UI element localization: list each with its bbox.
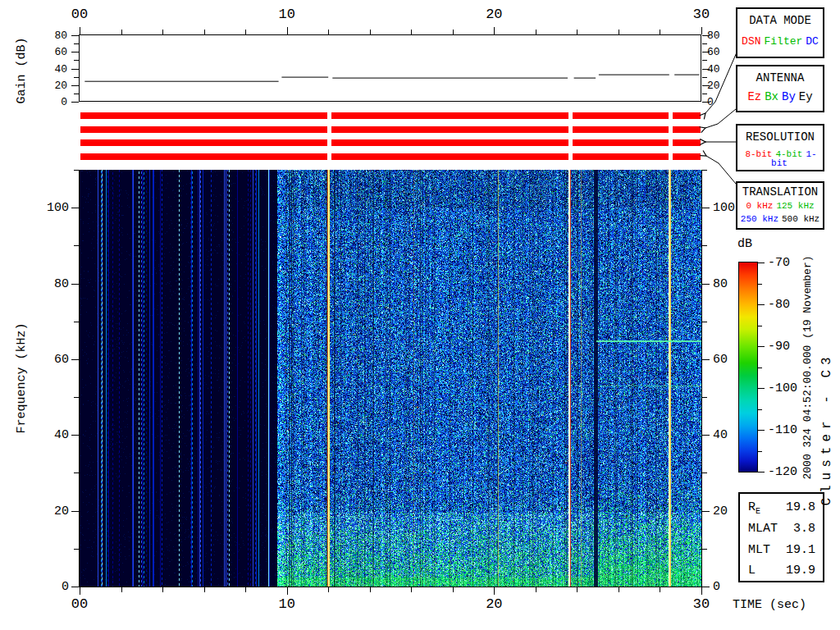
data-mode-panel: DATA MODE DSNFilterDC <box>736 7 824 58</box>
colorbar-tick-label: -120 <box>768 466 797 478</box>
colorbar-tick <box>758 388 765 389</box>
frequency-axis-tick <box>74 472 79 473</box>
status-bar-segment <box>80 126 327 133</box>
frequency-axis-tick-label: 0 <box>713 581 720 593</box>
colorbar-tick-label: -80 <box>768 299 790 311</box>
frequency-axis-tick-label: 60 <box>713 353 728 365</box>
frequency-axis-tick-label: 20 <box>54 504 69 517</box>
colorbar-tick <box>758 346 765 347</box>
status-bar-segment <box>673 153 701 160</box>
spectrogram-image <box>80 170 701 587</box>
ephemeris-panel: RE 19.8 MLAT 3.8 MLT 19.1 L 19.9 <box>738 492 824 582</box>
time-axis-tick <box>204 30 205 34</box>
frequency-axis-tick-label: 80 <box>54 277 69 290</box>
gain-axis-tick-label: 20 <box>54 80 67 90</box>
gain-axis-tick <box>74 60 79 61</box>
time-axis-tick <box>162 587 163 592</box>
time-axis-tick <box>453 587 454 592</box>
frequency-axis-tick-label: 40 <box>54 429 69 441</box>
status-bar-segment <box>573 139 668 146</box>
time-axis-tick <box>660 30 660 34</box>
frequency-axis-tick <box>71 587 79 587</box>
colorbar-tick <box>758 430 765 431</box>
antenna-panel: ANTENNA EzBxByEy <box>736 65 824 112</box>
gain-axis-tick-label: 80 <box>707 30 720 41</box>
datetime-label: 2000 324 04:52:00.000 (19 November) <box>801 255 814 479</box>
wbd-spectrogram-display: Gain (dB) Frequency (kHz) dB 2000 324 04… <box>0 0 840 630</box>
colorbar-tick-label: -110 <box>768 424 797 436</box>
time-axis-tick <box>328 587 329 592</box>
status-bar-segment <box>673 112 701 119</box>
colorbar-tick <box>758 451 762 452</box>
time-axis-tick <box>80 587 80 595</box>
time-axis-tick <box>619 30 619 34</box>
frequency-axis-tick <box>702 208 710 208</box>
arrow-translation <box>706 156 736 184</box>
time-axis-tick-label: 20 <box>486 597 502 611</box>
gain-axis-tick-label: 80 <box>54 30 67 41</box>
time-axis-tick <box>245 587 246 592</box>
frequency-axis-tick <box>74 245 79 246</box>
frequency-axis-tick <box>71 359 79 360</box>
data-mode-title: DATA MODE <box>737 15 823 26</box>
time-axis-tick-label: 00 <box>71 7 88 21</box>
status-bar-segment <box>80 112 327 119</box>
time-axis-tick <box>577 30 578 34</box>
ephemeris-param-name: RE <box>748 500 760 514</box>
time-axis-tick <box>701 587 702 595</box>
frequency-axis-tick <box>71 511 79 512</box>
gain-axis-tick-label: 0 <box>707 97 714 107</box>
time-axis-tick-label: 00 <box>71 597 88 611</box>
antenna-option-bx: Bx <box>765 90 778 103</box>
ephemeris-row: RE 19.8 <box>748 500 815 517</box>
translation-panel: TRANSLATION 0 kHz125 kHz 250 kHz500 kHz <box>736 181 824 230</box>
time-axis-tick <box>245 30 246 34</box>
gain-axis-tick-label: 60 <box>54 47 67 57</box>
spectrogram-bottom-axis <box>79 587 702 587</box>
time-axis-tick <box>287 27 288 34</box>
resolution-title: RESOLUTION <box>737 131 823 143</box>
frequency-axis-tick-label: 40 <box>713 429 728 441</box>
time-axis-tick <box>162 30 163 34</box>
gain-axis-tick <box>702 77 707 78</box>
frequency-axis-tick <box>74 322 79 322</box>
gain-axis-tick <box>74 94 79 94</box>
gain-axis-tick <box>71 102 79 103</box>
antenna-option-ey: Ey <box>799 90 813 103</box>
time-axis-tick <box>536 30 536 34</box>
colorbar-units-label: dB <box>737 237 752 251</box>
antenna-option-by: By <box>782 90 796 103</box>
colorbar-tick-label: -70 <box>768 257 790 269</box>
frequency-axis-tick <box>74 170 79 171</box>
translation-option-0khz: 0 kHz <box>746 201 773 211</box>
colorbar-tick <box>758 304 765 305</box>
translation-option-250khz: 250 kHz <box>741 214 778 224</box>
gain-axis-tick <box>71 85 79 86</box>
frequency-axis-tick <box>702 397 707 398</box>
ephemeris-param-name: MLAT <box>748 522 778 536</box>
time-axis-tick <box>121 30 122 34</box>
time-axis-tick <box>494 587 495 595</box>
frequency-axis-tick <box>702 359 710 360</box>
status-bar-segment <box>331 139 568 146</box>
time-axis-tick <box>577 587 578 592</box>
colorbar-tick <box>758 472 765 472</box>
ephemeris-param-value: 19.8 <box>786 500 815 515</box>
status-bar-segment <box>573 112 668 119</box>
frequency-axis-tick <box>702 284 710 285</box>
status-bar-segment <box>673 126 701 133</box>
gain-axis-tick <box>74 77 79 78</box>
colorbar-tick-label: -90 <box>768 340 790 353</box>
time-axis-tick <box>121 587 122 592</box>
frequency-axis-tick-label: 100 <box>713 202 735 214</box>
frequency-axis-tick <box>702 472 707 473</box>
time-axis-tick-label: 30 <box>693 597 710 611</box>
frequency-axis-tick <box>702 435 710 436</box>
frequency-axis-tick <box>74 549 79 550</box>
time-axis-tick <box>453 30 454 34</box>
time-axis-tick <box>370 30 371 34</box>
resolution-option-8bit: 8-bit <box>745 149 772 159</box>
frequency-axis-tick <box>702 170 707 171</box>
time-axis-tick-label: 10 <box>278 7 294 21</box>
gain-axis-tick <box>71 52 79 52</box>
